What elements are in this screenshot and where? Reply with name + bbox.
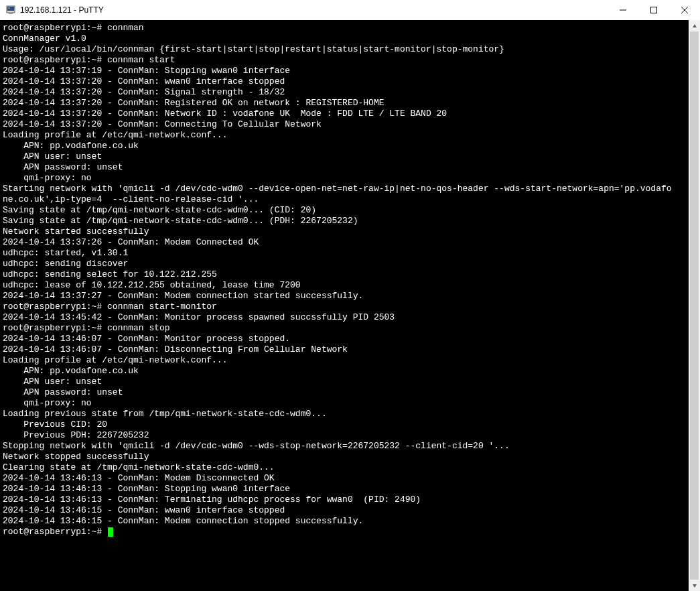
terminal-line: udhcpc: sending select for 10.122.212.25… [3, 269, 686, 280]
scrollbar-up-button[interactable] [689, 20, 700, 31]
terminal-line: udhcpc: lease of 10.122.212.255 obtained… [3, 280, 686, 291]
cursor [108, 527, 113, 537]
terminal-line: 2024-10-14 13:46:13 - ConnMan: Modem Dis… [3, 473, 686, 484]
titlebar[interactable]: 192.168.1.121 - PuTTY [0, 0, 700, 20]
terminal-line: APN: pp.vodafone.co.uk [3, 141, 686, 151]
terminal-line: Network stopped successfully [3, 452, 686, 462]
terminal-line: 2024-10-14 13:46:13 - ConnMan: Stopping … [3, 484, 686, 495]
maximize-button[interactable] [638, 0, 669, 20]
terminal-line: Saving state at /tmp/qmi-network-state-c… [3, 205, 686, 216]
svg-rect-1 [7, 7, 14, 11]
client-area: root@raspberrypi:~# connmanConnManager v… [0, 20, 700, 591]
terminal-prompt[interactable]: root@raspberrypi:~# [3, 527, 686, 537]
terminal-line: 2024-10-14 13:37:20 - ConnMan: wwan0 int… [3, 76, 686, 87]
terminal-line: ne.co.uk',ip-type=4 --client-no-release-… [3, 194, 686, 205]
terminal-line: root@raspberrypi:~# connman start [3, 55, 686, 66]
scrollbar-down-button[interactable] [689, 580, 700, 591]
terminal-line: 2024-10-14 13:37:20 - ConnMan: Network I… [3, 109, 686, 119]
terminal-line: qmi-proxy: no [3, 173, 686, 184]
terminal-line: udhcpc: sending discover [3, 259, 686, 269]
svg-marker-9 [693, 584, 697, 588]
terminal-line: 2024-10-14 13:45:42 - ConnMan: Monitor p… [3, 312, 686, 323]
terminal-line: APN user: unset [3, 151, 686, 162]
putty-window: 192.168.1.121 - PuTTY root@raspberrypi:~… [0, 0, 700, 591]
terminal-line: root@raspberrypi:~# connman start-monito… [3, 302, 686, 312]
terminal-line: APN password: unset [3, 162, 686, 173]
scrollbar-track[interactable] [689, 31, 700, 580]
svg-marker-8 [693, 24, 697, 27]
putty-icon [5, 5, 16, 15]
scrollbar-thumb[interactable] [690, 31, 699, 580]
vertical-scrollbar[interactable] [689, 20, 700, 591]
terminal-line: Stopping network with 'qmicli -d /dev/cd… [3, 441, 686, 452]
terminal-line: 2024-10-14 13:37:26 - ConnMan: Modem Con… [3, 237, 686, 248]
terminal[interactable]: root@raspberrypi:~# connmanConnManager v… [0, 20, 689, 591]
terminal-line: 2024-10-14 13:37:20 - ConnMan: Registere… [3, 98, 686, 109]
terminal-line: 2024-10-14 13:46:15 - ConnMan: wwan0 int… [3, 505, 686, 516]
terminal-line: 2024-10-14 13:37:19 - ConnMan: Stopping … [3, 66, 686, 76]
terminal-line: 2024-10-14 13:46:07 - ConnMan: Monitor p… [3, 334, 686, 344]
terminal-line: 2024-10-14 13:37:27 - ConnMan: Modem con… [3, 291, 686, 302]
terminal-line: udhcpc: started, v1.30.1 [3, 248, 686, 259]
terminal-line: Loading previous state from /tmp/qmi-net… [3, 409, 686, 419]
terminal-line: 2024-10-14 13:37:20 - ConnMan: Connectin… [3, 119, 686, 130]
terminal-line: Previous CID: 20 [3, 419, 686, 430]
terminal-line: Usage: /usr/local/bin/connman {first-sta… [3, 44, 686, 55]
terminal-line: root@raspberrypi:~# connman [3, 23, 686, 34]
terminal-line: Loading profile at /etc/qmi-network.conf… [3, 355, 686, 366]
terminal-line: ConnManager v1.0 [3, 34, 686, 44]
terminal-line: 2024-10-14 13:46:15 - ConnMan: Modem con… [3, 516, 686, 527]
terminal-line: Network started successfully [3, 226, 686, 237]
terminal-line: qmi-proxy: no [3, 398, 686, 409]
terminal-line: Loading profile at /etc/qmi-network.conf… [3, 130, 686, 141]
window-title: 192.168.1.121 - PuTTY [20, 5, 608, 15]
terminal-line: Previous PDH: 2267205232 [3, 430, 686, 441]
minimize-button[interactable] [608, 0, 638, 20]
terminal-line: root@raspberrypi:~# connman stop [3, 323, 686, 334]
prompt-text: root@raspberrypi:~# [3, 527, 107, 537]
close-button[interactable] [669, 0, 700, 20]
terminal-line: APN: pp.vodafone.co.uk [3, 366, 686, 377]
svg-rect-2 [9, 13, 13, 14]
terminal-line: 2024-10-14 13:37:20 - ConnMan: Signal st… [3, 87, 686, 98]
terminal-line: Clearing state at /tmp/qmi-network-state… [3, 462, 686, 473]
svg-rect-5 [651, 7, 657, 13]
terminal-line: 2024-10-14 13:46:07 - ConnMan: Disconnec… [3, 344, 686, 355]
terminal-line: APN password: unset [3, 387, 686, 398]
terminal-line: APN user: unset [3, 377, 686, 387]
terminal-line: Saving state at /tmp/qmi-network-state-c… [3, 216, 686, 226]
terminal-line: 2024-10-14 13:46:13 - ConnMan: Terminati… [3, 495, 686, 505]
terminal-line: Starting network with 'qmicli -d /dev/cd… [3, 184, 686, 194]
window-controls [608, 0, 700, 20]
